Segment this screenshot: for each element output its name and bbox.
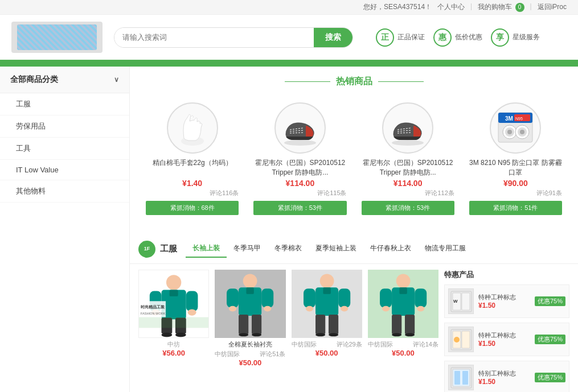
sidebar-header[interactable]: 全部商品分类 ∨ <box>0 67 129 93</box>
return-link[interactable]: 返回iProc <box>538 2 567 12</box>
product-btn-shoes1[interactable]: 紧抓消物：53件 <box>253 201 346 215</box>
svg-rect-53 <box>380 288 392 307</box>
workwear-img-0: 时尚精品工装 FASHION WORK <box>138 270 209 338</box>
svg-point-23 <box>161 333 172 337</box>
tab-logistics[interactable]: 物流专用工服 <box>418 240 473 258</box>
sidebar-item-other[interactable]: 其他物料 <box>0 180 129 203</box>
svg-rect-64 <box>462 293 470 310</box>
tab-winter-vest[interactable]: 冬季马甲 <box>227 240 268 258</box>
product-reviews-mask: 评论91条 <box>469 189 562 197</box>
product-img-mask: 3M N95 <box>490 102 541 154</box>
special-thumb-2 <box>448 365 474 390</box>
product-img-shoes2 <box>382 102 433 154</box>
svg-point-2 <box>392 140 424 146</box>
svg-point-69 <box>454 337 460 343</box>
product-btn-mask[interactable]: 紧抓消物：51件 <box>469 201 562 215</box>
workwear-item-0[interactable]: 时尚精品工装 FASHION WORK 中坊 ¥56.00 <box>138 270 209 392</box>
header: 搜索 正 正品保证 惠 低价优惠 享 星级服务 <box>0 15 578 60</box>
floor-badge: 1F <box>138 241 155 258</box>
svg-rect-42 <box>304 288 315 307</box>
tab-summer-short[interactable]: 夏季短袖上装 <box>309 240 363 258</box>
tab-winter-coat[interactable]: 冬季棉衣 <box>268 240 309 258</box>
hot-title: 热销商品 <box>141 76 567 88</box>
workwear-img-2 <box>292 270 362 338</box>
nav-bar <box>0 60 578 67</box>
badge-authentic-text: 正品保证 <box>397 32 425 42</box>
person-svg-3 <box>368 270 438 338</box>
svg-text:3M: 3M <box>505 115 513 122</box>
special-products: 特惠产品 W 特种工种标志 ¥1.50 <box>444 270 569 392</box>
tab-long-sleeve[interactable]: 长袖上装 <box>186 240 227 258</box>
special-price-2: ¥1.50 <box>478 378 530 386</box>
svg-point-51 <box>396 274 410 288</box>
special-info-2: 特别工种标志 ¥1.50 <box>478 369 530 385</box>
product-card-mask: 3M N95 3M 8210 N95 防尘口罩 防雾霾口罩 <box>465 97 567 221</box>
sidebar-item-tools[interactable]: 工具 <box>0 138 129 160</box>
special-thumb-0: W <box>448 288 474 314</box>
svg-rect-32 <box>261 288 273 307</box>
sidebar-item-it-low-value[interactable]: IT Low Value <box>0 160 129 180</box>
workwear-brand-0: 中坊 <box>138 340 209 349</box>
workwear-reviews-2: 评论29条 <box>337 340 362 349</box>
product-img-gloves <box>167 102 218 154</box>
tab-denim[interactable]: 牛仔春秋上衣 <box>363 240 418 258</box>
special-price-1: ¥1.50 <box>478 340 530 348</box>
svg-point-12 <box>507 130 512 134</box>
special-item-2[interactable]: 特别工种标志 ¥1.50 优惠75% <box>444 361 569 392</box>
special-discount-2: 优惠75% <box>535 373 565 382</box>
cart-link[interactable]: 我的购物车 0 <box>478 2 524 12</box>
workwear-brand-1: 中纺国际 <box>215 350 240 358</box>
product-btn-shoes2[interactable]: 紧抓消物：53件 <box>362 201 454 215</box>
workwear-img-3 <box>368 270 438 338</box>
product-reviews-gloves: 评论116条 <box>146 189 239 197</box>
product-reviews-shoes1: 评论115条 <box>253 189 346 197</box>
svg-text:FASHION WORK: FASHION WORK <box>141 312 166 315</box>
workwear-item-3[interactable]: 中纺国际 评论14条 ¥50.00 <box>368 270 438 392</box>
product-price-shoes1: ¥114.00 <box>253 179 346 188</box>
shoe2-icon <box>385 110 431 147</box>
svg-rect-35 <box>252 315 261 334</box>
svg-point-29 <box>243 274 257 288</box>
svg-rect-17 <box>186 291 198 311</box>
workwear-item-1[interactable]: 全棉夏长袖衬亮 中纺国际 评论51条 ¥50.00 <box>215 270 285 392</box>
product-name-shoes1: 霍尼韦尔（巴国）SP2010512 Tripper 防静电防... <box>253 158 346 176</box>
search-bar: 搜索 <box>114 27 353 48</box>
svg-rect-28 <box>139 317 208 328</box>
workwear-name-1: 全棉夏长袖衬亮 <box>215 340 285 349</box>
svg-text:N95: N95 <box>515 117 523 121</box>
special-info-0: 特种工种标志 ¥1.50 <box>478 293 530 309</box>
product-name-mask: 3M 8210 N95 防尘口罩 防雾霾口罩 <box>469 158 562 176</box>
product-name-gloves: 精白棉毛手套22g（均码） <box>146 158 239 176</box>
search-button[interactable]: 搜索 <box>314 28 352 47</box>
sidebar-item-safety[interactable]: 劳保用品 <box>0 115 129 138</box>
workwear-brand-2: 中纺国际 <box>292 340 317 349</box>
workwear-brand-3: 中纺国际 <box>368 340 393 349</box>
person-svg-0: 时尚精品工装 FASHION WORK <box>139 270 208 338</box>
badge-price: 惠 低价优惠 <box>433 28 482 47</box>
special-item-0[interactable]: W 特种工种标志 ¥1.50 优惠75% <box>444 284 569 318</box>
svg-point-59 <box>417 306 424 312</box>
svg-rect-33 <box>247 287 254 294</box>
workwear-item-2[interactable]: 中纺国际 评论29条 ¥50.00 <box>292 270 362 392</box>
svg-rect-45 <box>315 315 325 334</box>
workwear-header: 1F 工服 长袖上装 冬季马甲 冬季棉衣 夏季短袖上装 牛仔春秋上衣 物流专用工… <box>130 234 578 264</box>
product-name-shoes2: 霍尼韦尔（巴国）SP2010512 Tripper 防静电防... <box>362 158 454 176</box>
badge-authentic: 正 正品保证 <box>376 28 425 47</box>
svg-rect-73 <box>462 371 468 385</box>
right-content: 热销商品 <box>130 67 578 392</box>
badge-service: 享 星级服务 <box>491 28 540 47</box>
glove-icon <box>173 110 212 147</box>
workwear-section: 1F 工服 长袖上装 冬季马甲 冬季棉衣 夏季短袖上装 牛仔春秋上衣 物流专用工… <box>130 234 578 392</box>
main-content: 全部商品分类 ∨ 工服 劳保用品 工具 IT Low Value 其他物料 热销… <box>0 67 578 392</box>
special-item-1[interactable]: 特种工种标志 ¥1.50 优惠75% <box>444 323 569 356</box>
product-btn-gloves[interactable]: 紧抓消物：68件 <box>146 201 239 215</box>
header-badges: 正 正品保证 惠 低价优惠 享 星级服务 <box>376 28 540 47</box>
search-input[interactable] <box>114 28 314 47</box>
sidebar-item-workwear[interactable]: 工服 <box>0 93 129 115</box>
svg-point-24 <box>175 333 186 337</box>
personal-center-link[interactable]: 个人中心 <box>437 2 465 12</box>
sidebar-title: 全部商品分类 <box>10 75 58 85</box>
svg-point-37 <box>264 306 271 312</box>
workwear-items: 时尚精品工装 FASHION WORK 中坊 ¥56.00 <box>138 270 438 392</box>
hot-section: 热销商品 <box>130 67 578 230</box>
